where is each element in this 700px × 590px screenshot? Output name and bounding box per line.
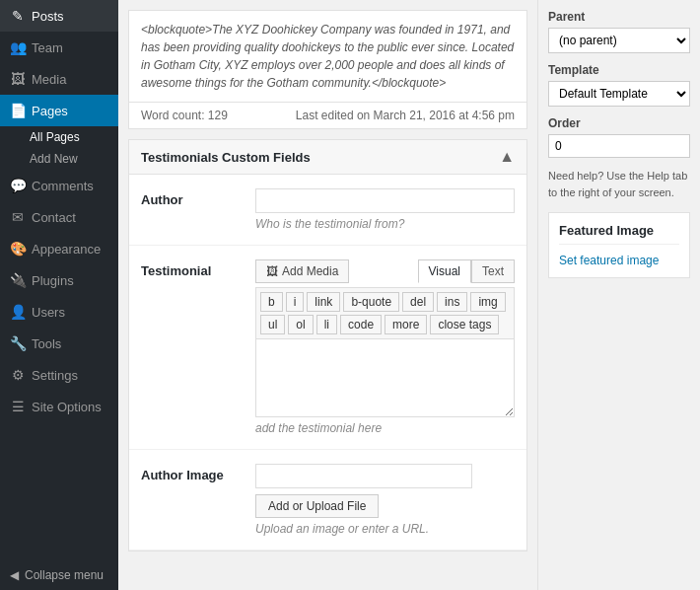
upload-file-button[interactable]: Add or Upload File [255,494,379,518]
editor-btn-del[interactable]: del [402,292,434,312]
comments-icon: 💬 [10,178,26,193]
editor-btn-li[interactable]: li [316,315,337,334]
word-count: Word count: 129 [141,109,228,122]
text-tab[interactable]: Text [471,259,515,283]
custom-fields-toggle[interactable]: ▲ [499,148,515,166]
sidebar-item-pages[interactable]: 📄 Pages [0,95,118,126]
custom-fields-header: Testimonials Custom Fields ▲ [129,140,526,175]
order-input[interactable] [548,134,690,158]
testimonial-field-row: Testimonial 🖼 Add Media Visual Text bili… [129,246,526,450]
last-edited: Last edited on March 21, 2016 at 4:56 pm [296,109,515,122]
sidebar-item-comments[interactable]: 💬 Comments [0,170,118,201]
right-sidebar: Parent (no parent) Template Default Temp… [537,0,700,590]
testimonial-hint: add the testimonial here [255,421,515,435]
custom-fields-box: Testimonials Custom Fields ▲ Author Who … [128,139,527,552]
editor-btn-ol[interactable]: ol [288,315,313,334]
template-label: Template [548,63,690,77]
plugins-icon: 🔌 [10,272,26,288]
settings-icon: ⚙ [10,367,26,383]
visual-tab[interactable]: Visual [418,259,471,283]
collapse-icon: ◀ [10,568,19,582]
contact-icon: ✉ [10,209,26,225]
sidebar-item-media[interactable]: 🖼 Media [0,63,118,95]
sidebar-item-users[interactable]: 👤 Users [0,296,118,328]
sidebar-item-tools[interactable]: 🔧 Tools [0,328,118,359]
template-select[interactable]: Default Template [548,81,690,107]
author-field-row: Author Who is the testimonial from? [129,175,526,246]
appearance-icon: 🎨 [10,241,26,257]
order-label: Order [548,116,690,130]
sidebar: ✎ Posts 👥 Team 🖼 Media 📄 Pages All Pages… [0,0,118,590]
sidebar-item-team[interactable]: 👥 Team [0,32,118,63]
editor-btn-code[interactable]: code [340,315,382,334]
word-count-bar: Word count: 129 Last edited on March 21,… [128,103,527,129]
featured-image-title: Featured Image [559,223,679,245]
testimonial-field-content: 🖼 Add Media Visual Text bilinkb-quotedel… [255,259,515,435]
site-options-icon: ☰ [10,399,26,414]
visual-text-tabs: Visual Text [418,259,515,283]
editor-btn-ins[interactable]: ins [437,292,467,312]
editor-toolbar-top: 🖼 Add Media Visual Text [255,259,515,283]
editor-btn-i[interactable]: i [286,292,305,312]
add-media-button[interactable]: 🖼 Add Media [255,259,349,283]
sidebar-item-plugins[interactable]: 🔌 Plugins [0,264,118,296]
pages-icon: 📄 [10,103,26,118]
sidebar-item-settings[interactable]: ⚙ Settings [0,359,118,391]
featured-image-box: Featured Image Set featured image [548,212,690,278]
editor-btn-close-tags[interactable]: close tags [430,315,499,334]
content-area: <blockquote>The XYZ Doohickey Company wa… [118,0,537,590]
add-media-icon: 🖼 [266,264,278,278]
sidebar-item-posts[interactable]: ✎ Posts [0,0,118,32]
help-text: Need help? Use the Help tab to the right… [548,168,690,200]
editor-btn-b[interactable]: b [260,292,283,312]
users-icon: 👤 [10,304,26,320]
author-field-content: Who is the testimonial from? [255,188,515,231]
author-image-label: Author Image [141,464,240,482]
sidebar-item-site-options[interactable]: ☰ Site Options [0,391,118,422]
author-hint: Who is the testimonial from? [255,217,515,231]
sidebar-sub-all-pages[interactable]: All Pages [0,126,118,148]
posts-icon: ✎ [10,8,26,24]
author-input[interactable] [255,188,515,213]
editor-btn-more[interactable]: more [385,315,427,334]
custom-fields-title: Testimonials Custom Fields [141,150,311,165]
sidebar-item-contact[interactable]: ✉ Contact [0,201,118,233]
editor-btn-img[interactable]: img [470,292,505,312]
author-image-field-row: Author Image Add or Upload File Upload a… [129,450,526,551]
testimonial-label: Testimonial [141,259,240,278]
parent-select[interactable]: (no parent) [548,28,690,53]
editor-btn-link[interactable]: link [307,292,340,312]
author-label: Author [141,188,240,207]
editor-buttons: bilinkb-quotedelinsimgulollicodemoreclos… [255,287,515,338]
parent-label: Parent [548,10,690,24]
collapse-menu[interactable]: ◀ Collapse menu [0,560,118,590]
editor-btn-b-quote[interactable]: b-quote [343,292,399,312]
set-featured-image-link[interactable]: Set featured image [559,254,659,267]
blockquote-preview: <blockquote>The XYZ Doohickey Company wa… [128,10,527,103]
sidebar-item-appearance[interactable]: 🎨 Appearance [0,233,118,264]
media-icon: 🖼 [10,71,26,87]
editor-btn-ul[interactable]: ul [260,315,285,334]
main-area: <blockquote>The XYZ Doohickey Company wa… [118,0,700,590]
sidebar-sub-add-new[interactable]: Add New [0,148,118,170]
author-image-input[interactable] [255,464,472,488]
tools-icon: 🔧 [10,335,26,351]
team-icon: 👥 [10,39,26,55]
testimonial-editor[interactable] [255,338,515,417]
author-image-field-content: Add or Upload File Upload an image or en… [255,464,515,536]
upload-hint: Upload an image or enter a URL. [255,522,515,536]
